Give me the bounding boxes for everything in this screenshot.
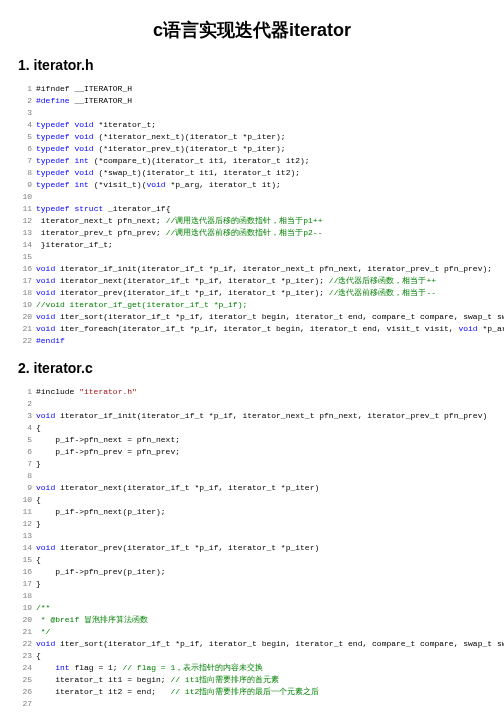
line-content: #include "iterator.h" <box>36 386 137 398</box>
line-content: } <box>36 518 41 530</box>
line-content: void iterator_if_init(iterator_if_t *p_i… <box>36 410 487 422</box>
code-line: 21 */ <box>18 626 486 638</box>
line-number: 21 <box>18 323 32 335</box>
line-content: #define __ITERATOR_H <box>36 95 132 107</box>
line-number: 17 <box>18 275 32 287</box>
line-content: { <box>36 650 41 662</box>
line-number: 14 <box>18 542 32 554</box>
line-content: int flag = 1; // flag = 1，表示指针的内容未交换 <box>36 662 263 674</box>
line-content: typedef int (*visit_t)(void *p_arg, iter… <box>36 179 281 191</box>
line-number: 15 <box>18 554 32 566</box>
line-content: #endif <box>36 335 65 347</box>
line-content: typedef struct _iterator_if{ <box>36 203 170 215</box>
code-line: 8typedef void (*swap_t)(iterator_t it1, … <box>18 167 486 179</box>
code-line: 16void iterator_if_init(iterator_if_t *p… <box>18 263 486 275</box>
line-content: typedef void (*iterator_next_t)(iterator… <box>36 131 286 143</box>
code-line: 10 <box>18 191 486 203</box>
code-line: 7typedef int (*compare_t)(iterator_t it1… <box>18 155 486 167</box>
line-number: 17 <box>18 578 32 590</box>
line-content: typedef int (*compare_t)(iterator_t it1,… <box>36 155 310 167</box>
line-content: typedef void *iterator_t; <box>36 119 156 131</box>
line-content: void iter_foreach(iterator_if_t *p_if, i… <box>36 323 504 335</box>
line-number: 16 <box>18 263 32 275</box>
line-number: 11 <box>18 506 32 518</box>
code-line: 1#ifndef __ITERATOR_H <box>18 83 486 95</box>
line-number: 10 <box>18 191 32 203</box>
line-number: 2 <box>18 95 32 107</box>
line-number: 5 <box>18 434 32 446</box>
line-content: } <box>36 578 41 590</box>
line-content: void iterator_prev(iterator_if_t *p_if, … <box>36 542 319 554</box>
line-content: iterator_prev_t pfn_prev; //调用迭代器前移的函数指针… <box>36 227 322 239</box>
code-line: 2 <box>18 398 486 410</box>
line-number: 9 <box>18 179 32 191</box>
code-line: 9void iterator_next(iterator_if_t *p_if,… <box>18 482 486 494</box>
code-line: 12 iterator_next_t pfn_next; //调用迭代器后移的函… <box>18 215 486 227</box>
code-line: 6typedef void (*iterator_prev_t)(iterato… <box>18 143 486 155</box>
line-number: 12 <box>18 518 32 530</box>
line-number: 11 <box>18 203 32 215</box>
line-content: } <box>36 458 41 470</box>
line-number: 4 <box>18 119 32 131</box>
section-iterator-c: 2. iterator.c <box>18 359 486 378</box>
code-line: 9typedef int (*visit_t)(void *p_arg, ite… <box>18 179 486 191</box>
line-number: 16 <box>18 566 32 578</box>
line-number: 21 <box>18 626 32 638</box>
line-number: 6 <box>18 143 32 155</box>
line-content: void iterator_if_init(iterator_if_t *p_i… <box>36 263 492 275</box>
line-number: 18 <box>18 287 32 299</box>
code-line: 4{ <box>18 422 486 434</box>
code-line: 4typedef void *iterator_t; <box>18 119 486 131</box>
line-content: p_if->pfn_prev(p_iter); <box>36 566 166 578</box>
line-content: iterator_t it1 = begin; // it1指向需要排序的首元素 <box>36 674 279 686</box>
page-title: c语言实现迭代器iterator <box>18 18 486 42</box>
line-content: void iterator_prev(iterator_if_t *p_if, … <box>36 287 436 299</box>
line-content: p_if->pfn_next(p_iter); <box>36 506 166 518</box>
code-line: 15{ <box>18 554 486 566</box>
code-line: 20 * @breif 冒泡排序算法函数 <box>18 614 486 626</box>
line-number: 8 <box>18 470 32 482</box>
line-content: }iterator_if_t; <box>36 239 113 251</box>
line-content: iterator_t it2 = end; // it2指向需要排序的最后一个元… <box>36 686 319 698</box>
section-iterator-h: 1. iterator.h <box>18 56 486 75</box>
code-line: 13 <box>18 530 486 542</box>
line-number: 13 <box>18 227 32 239</box>
line-number: 2 <box>18 398 32 410</box>
line-number: 23 <box>18 650 32 662</box>
line-number: 19 <box>18 602 32 614</box>
code-line: 17void iterator_next(iterator_if_t *p_if… <box>18 275 486 287</box>
line-number: 24 <box>18 662 32 674</box>
line-number: 6 <box>18 446 32 458</box>
code-line: 3 <box>18 107 486 119</box>
line-number: 3 <box>18 107 32 119</box>
line-content: #ifndef __ITERATOR_H <box>36 83 132 95</box>
line-number: 12 <box>18 215 32 227</box>
code-line: 14void iterator_prev(iterator_if_t *p_if… <box>18 542 486 554</box>
code-line: 19//void iterator_if_get(iterator_if_t *… <box>18 299 486 311</box>
line-number: 9 <box>18 482 32 494</box>
line-content: typedef void (*swap_t)(iterator_t it1, i… <box>36 167 300 179</box>
code-line: 18void iterator_prev(iterator_if_t *p_if… <box>18 287 486 299</box>
line-number: 20 <box>18 311 32 323</box>
line-number: 18 <box>18 590 32 602</box>
line-number: 4 <box>18 422 32 434</box>
line-number: 26 <box>18 686 32 698</box>
code-line: 2#define __ITERATOR_H <box>18 95 486 107</box>
code-line: 11typedef struct _iterator_if{ <box>18 203 486 215</box>
code-line: 10{ <box>18 494 486 506</box>
line-content: //void iterator_if_get(iterator_if_t *p_… <box>36 299 247 311</box>
line-number: 19 <box>18 299 32 311</box>
line-number: 22 <box>18 335 32 347</box>
line-content: iterator_next_t pfn_next; //调用迭代器后移的函数指针… <box>36 215 322 227</box>
line-content: typedef void (*iterator_prev_t)(iterator… <box>36 143 286 155</box>
line-content: /** <box>36 602 50 614</box>
code-line: 17} <box>18 578 486 590</box>
line-number: 10 <box>18 494 32 506</box>
line-number: 7 <box>18 155 32 167</box>
code-line: 6 p_if->pfn_prev = pfn_prev; <box>18 446 486 458</box>
line-content: { <box>36 422 41 434</box>
code-line: 19/** <box>18 602 486 614</box>
line-number: 15 <box>18 251 32 263</box>
code-line: 14 }iterator_if_t; <box>18 239 486 251</box>
line-content: p_if->pfn_prev = pfn_prev; <box>36 446 180 458</box>
